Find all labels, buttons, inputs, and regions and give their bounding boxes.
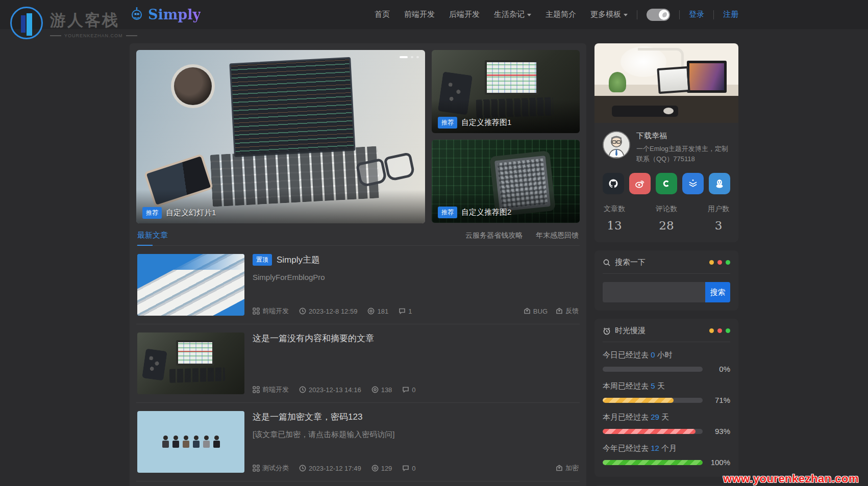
toggle-knob <box>659 10 669 20</box>
clock-icon <box>299 308 306 315</box>
article-category[interactable]: 测试分类 <box>253 464 289 473</box>
article-date: 2023-12-8 12:59 <box>299 308 357 315</box>
social-links <box>603 173 730 194</box>
featured-image-1[interactable]: 推荐 自定义推荐图1 <box>432 50 580 133</box>
category-grid-icon <box>253 465 260 472</box>
progress-percent: 93% <box>708 427 730 436</box>
tab-link-year-end[interactable]: 年末感恩回馈 <box>536 231 579 240</box>
article-views: 181 <box>367 308 388 315</box>
profile-card: 下载幸福 一个Emlog主题开发博主，定制联系（QQ）775118 <box>594 43 738 242</box>
progress-track <box>603 460 703 465</box>
feature-caption[interactable]: 自定义推荐图2 <box>461 208 511 217</box>
category-grid-icon <box>253 308 260 315</box>
progress-percent: 0% <box>708 365 730 373</box>
qq-icon[interactable] <box>709 173 730 194</box>
alarm-clock-icon <box>603 327 611 335</box>
site-logo[interactable]: Simply <box>130 7 201 23</box>
tag-link-bug[interactable]: BUG <box>524 306 548 316</box>
tab-latest-articles[interactable]: 最新文章 <box>137 231 168 240</box>
recommend-badge: 推荐 <box>438 207 457 218</box>
article-title[interactable]: Simply主题 <box>277 254 320 266</box>
tag-link-feedback[interactable]: 反馈 <box>556 306 579 316</box>
comment-icon <box>402 386 409 393</box>
chevron-down-icon <box>527 14 531 16</box>
carousel-indicators[interactable] <box>400 56 419 58</box>
stat-label: 文章数 <box>604 204 625 214</box>
login-link[interactable]: 登录 <box>689 10 704 19</box>
featured-image-2[interactable]: 推荐 自定义推荐图2 <box>432 140 580 223</box>
nav-item-home[interactable]: 首页 <box>375 10 390 19</box>
main-panel: 推荐 自定义幻灯片1 推荐 自定义推荐图1 推荐 自定义推荐图2 <box>130 43 586 486</box>
register-link[interactable]: 注册 <box>723 10 738 19</box>
weibo-icon[interactable] <box>629 173 651 194</box>
eye-icon <box>367 308 375 315</box>
tag-link-encrypted[interactable]: 加密 <box>556 464 579 473</box>
header: Simply 首页 前端开发 后端开发 生活杂记 主题简介 更多模板 登录 注册 <box>0 0 868 29</box>
tab-link-cloud-server[interactable]: 云服务器省钱攻略 <box>465 231 523 240</box>
article-row: 这是一篇没有内容和摘要的文章 前端开发 2023-12-13 14:16 <box>136 324 580 403</box>
article-thumbnail[interactable] <box>137 254 244 316</box>
profile-name[interactable]: 下载幸福 <box>636 131 730 141</box>
progress-percent: 71% <box>708 396 730 404</box>
slide-caption[interactable]: 自定义幻灯片1 <box>166 208 216 218</box>
avatar[interactable] <box>603 131 630 159</box>
article-thumbnail[interactable] <box>137 332 244 394</box>
double-chevron-down-icon[interactable] <box>682 173 704 194</box>
dark-mode-toggle[interactable] <box>647 9 670 21</box>
tag-icon <box>556 465 563 472</box>
robot-logo-icon <box>130 7 144 23</box>
article-comments: 0 <box>402 465 415 472</box>
indicator-dot[interactable] <box>411 56 413 58</box>
progress-track <box>603 367 703 372</box>
article-title[interactable]: 这是一篇没有内容和摘要的文章 <box>253 332 374 344</box>
nav-item-more-templates[interactable]: 更多模板 <box>590 10 628 19</box>
tag-icon <box>556 308 563 315</box>
time-progress-month: 本月已经过去 29 天 93% <box>603 413 730 436</box>
article-excerpt: SimplyForEmblogPro <box>253 273 579 282</box>
csdn-icon[interactable] <box>656 173 677 194</box>
article-category[interactable]: 前端开发 <box>253 385 289 394</box>
nav-item-frontend[interactable]: 前端开发 <box>404 10 435 19</box>
article-category[interactable]: 前端开发 <box>253 306 289 316</box>
stat-label: 评论数 <box>656 204 677 214</box>
eye-icon <box>371 386 379 393</box>
moon-icon <box>661 11 667 17</box>
nav-item-theme-intro[interactable]: 主题简介 <box>545 10 576 19</box>
feature-caption[interactable]: 自定义推荐图1 <box>461 118 511 127</box>
widget-dots <box>709 260 730 265</box>
time-progress-week: 本周已经过去 5 天 71% <box>603 381 730 404</box>
progress-percent: 100% <box>708 458 730 467</box>
indicator-active[interactable] <box>400 56 408 58</box>
article-list: 置顶 Simply主题 SimplyForEmblogPro 前端开发 2023… <box>136 246 580 486</box>
chevron-down-icon <box>624 14 628 16</box>
carousel-slide[interactable]: 推荐 自定义幻灯片1 <box>136 50 425 223</box>
article-views: 129 <box>371 465 392 472</box>
article-title[interactable]: 这是一篇加密文章，密码123 <box>253 411 362 423</box>
progress-track <box>603 398 703 403</box>
clock-icon <box>299 465 306 472</box>
progress-track <box>603 429 703 434</box>
logo-text: Simply <box>148 7 201 22</box>
article-row: 置顶 Simply主题 SimplyForEmblogPro 前端开发 2023… <box>136 246 580 324</box>
divider <box>679 10 680 19</box>
sidebar: 下载幸福 一个Emlog主题开发博主，定制联系（QQ）775118 <box>594 43 738 486</box>
category-grid-icon <box>253 386 260 393</box>
search-button[interactable]: 搜索 <box>705 282 730 302</box>
url-watermark: www.yourenkezhan.com <box>723 472 859 485</box>
search-input[interactable] <box>603 282 705 302</box>
search-icon <box>603 259 611 267</box>
github-icon[interactable] <box>603 173 624 194</box>
profile-cover-photo <box>594 43 738 123</box>
main-nav: 首页 前端开发 后端开发 生活杂记 主题简介 更多模板 <box>375 10 628 19</box>
divider <box>713 10 714 19</box>
nav-item-backend[interactable]: 后端开发 <box>449 10 480 19</box>
divider <box>637 10 637 19</box>
eye-icon <box>371 465 379 472</box>
nav-item-life[interactable]: 生活杂记 <box>494 10 531 19</box>
article-row: 这是一篇加密文章，密码123 [该文章已加密，请点击标题输入密码访问] 测试分类… <box>136 403 580 481</box>
time-progress-day: 今日已经过去 0 小时 0% <box>603 350 730 373</box>
clock-icon <box>299 386 306 393</box>
article-row: 视频文章 <box>136 481 580 486</box>
article-thumbnail[interactable] <box>137 411 244 473</box>
indicator-dot[interactable] <box>416 56 419 58</box>
